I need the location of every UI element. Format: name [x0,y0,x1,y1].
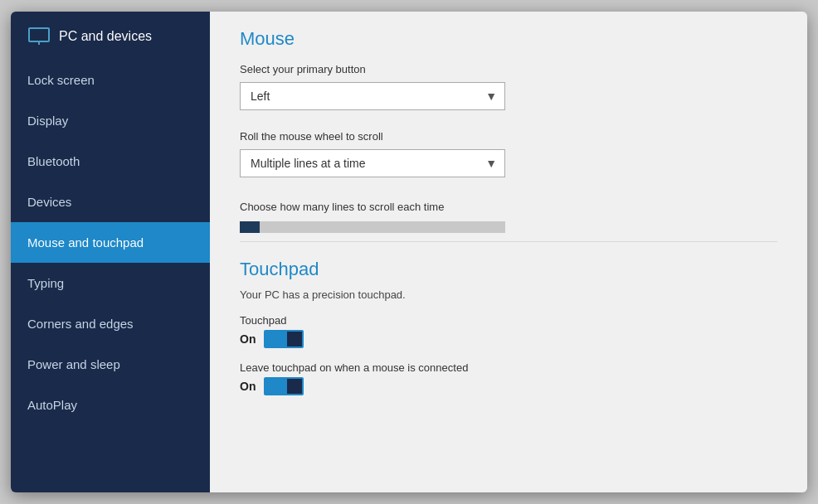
leave-touchpad-toggle-switch[interactable] [264,377,304,395]
primary-button-dropdown-wrapper: Left Right ▼ [240,82,505,110]
sidebar-item-autoplay[interactable]: AutoPlay [11,385,210,425]
section-divider [240,241,777,242]
mouse-section: Mouse Select your primary button Left Ri… [240,28,777,233]
touchpad-toggle-knob [287,332,302,346]
primary-button-label: Select your primary button [240,63,777,75]
lines-scroll-slider[interactable] [240,221,505,233]
touchpad-toggle-state: On [240,330,777,348]
sidebar-item-corners-edges[interactable]: Corners and edges [11,303,210,344]
touchpad-description: Your PC has a precision touchpad. [240,288,777,301]
sidebar-item-typing[interactable]: Typing [11,263,210,303]
sidebar-item-power-sleep[interactable]: Power and sleep [11,344,210,385]
scroll-dropdown-wrapper: Multiple lines at a time One screen at a… [240,149,505,177]
lines-scroll-label: Choose how many lines to scroll each tim… [240,201,777,213]
sidebar-item-lock-screen[interactable]: Lock screen [11,60,210,100]
sidebar-item-devices[interactable]: Devices [11,182,210,222]
svg-rect-0 [29,28,49,41]
main-content: Mouse Select your primary button Left Ri… [210,12,807,492]
primary-button-dropdown[interactable]: Left Right [240,82,505,110]
slider-thumb [251,221,260,233]
touchpad-toggle-label: Touchpad [240,314,777,327]
sidebar-title: PC and devices [59,29,152,44]
leave-touchpad-state: On [240,377,777,395]
touchpad-section-title: Touchpad [240,259,777,280]
leave-touchpad-row: Leave touchpad on when a mouse is connec… [240,361,777,395]
leave-touchpad-toggle-knob [287,379,302,394]
touchpad-section: Touchpad Your PC has a precision touchpa… [240,259,777,395]
mouse-section-title: Mouse [240,28,777,50]
sidebar: PC and devices Lock screen Display Bluet… [11,12,210,492]
settings-window: PC and devices Lock screen Display Bluet… [11,12,807,492]
scroll-label: Roll the mouse wheel to scroll [240,130,777,143]
scroll-section: Roll the mouse wheel to scroll Multiple … [240,130,777,177]
sidebar-item-bluetooth[interactable]: Bluetooth [11,141,210,182]
scroll-dropdown[interactable]: Multiple lines at a time One screen at a… [240,149,505,177]
sidebar-item-mouse-touchpad[interactable]: Mouse and touchpad [11,222,210,263]
monitor-icon [27,25,51,48]
touchpad-toggle-row: Touchpad On [240,314,777,348]
leave-touchpad-label: Leave touchpad on when a mouse is connec… [240,361,777,374]
sidebar-item-display[interactable]: Display [11,100,210,141]
sidebar-header: PC and devices [11,12,210,60]
touchpad-toggle-switch[interactable] [264,330,304,348]
